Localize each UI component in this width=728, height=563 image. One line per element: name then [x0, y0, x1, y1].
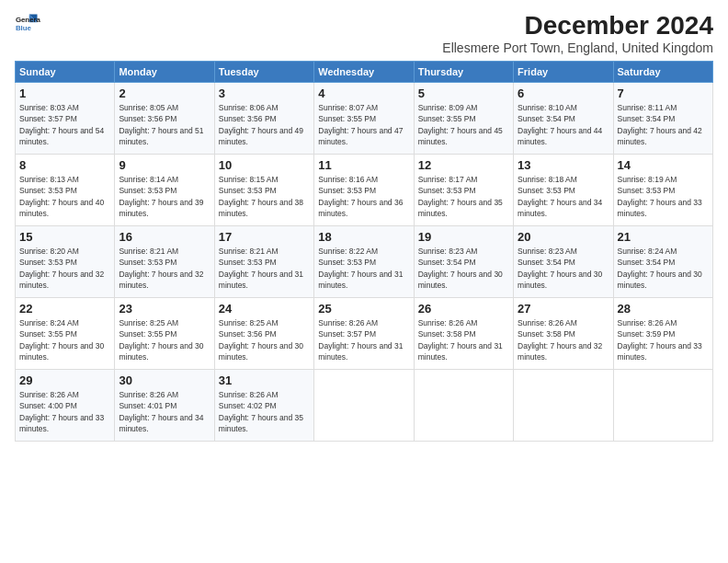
day-cell: 19Sunrise: 8:23 AMSunset: 3:54 PMDayligh… [414, 226, 513, 298]
day-cell: 24Sunrise: 8:25 AMSunset: 3:56 PMDayligh… [214, 298, 313, 370]
day-info: Sunrise: 8:20 AMSunset: 3:53 PMDaylight:… [19, 246, 110, 291]
day-number: 22 [19, 302, 110, 316]
day-number: 14 [618, 158, 709, 172]
day-cell: 11Sunrise: 8:16 AMSunset: 3:53 PMDayligh… [314, 155, 414, 226]
day-info: Sunrise: 8:06 AMSunset: 3:56 PMDaylight:… [219, 102, 310, 147]
week-row-4: 22Sunrise: 8:24 AMSunset: 3:55 PMDayligh… [16, 298, 713, 370]
day-number: 8 [19, 158, 110, 172]
day-info: Sunrise: 8:05 AMSunset: 3:56 PMDaylight:… [119, 102, 210, 147]
day-info: Sunrise: 8:14 AMSunset: 3:53 PMDaylight:… [119, 174, 210, 219]
title-block: December 2024 Ellesmere Port Town, Engla… [442, 11, 713, 55]
day-number: 12 [418, 158, 509, 172]
day-cell [613, 370, 712, 442]
day-cell: 31Sunrise: 8:26 AMSunset: 4:02 PMDayligh… [214, 370, 313, 442]
day-info: Sunrise: 8:09 AMSunset: 3:55 PMDaylight:… [418, 102, 509, 147]
day-info: Sunrise: 8:21 AMSunset: 3:53 PMDaylight:… [219, 246, 310, 291]
header: General Blue December 2024 Ellesmere Por… [15, 11, 713, 55]
day-number: 11 [318, 158, 409, 172]
day-info: Sunrise: 8:25 AMSunset: 3:55 PMDaylight:… [119, 317, 210, 362]
day-cell: 9Sunrise: 8:14 AMSunset: 3:53 PMDaylight… [115, 155, 214, 226]
day-cell: 21Sunrise: 8:24 AMSunset: 3:54 PMDayligh… [613, 226, 712, 298]
day-info: Sunrise: 8:11 AMSunset: 3:54 PMDaylight:… [618, 102, 709, 147]
day-number: 4 [318, 86, 409, 100]
day-cell [314, 370, 414, 442]
day-number: 15 [19, 230, 110, 244]
day-cell: 5Sunrise: 8:09 AMSunset: 3:55 PMDaylight… [414, 83, 513, 155]
day-cell: 23Sunrise: 8:25 AMSunset: 3:55 PMDayligh… [115, 298, 214, 370]
day-cell: 25Sunrise: 8:26 AMSunset: 3:57 PMDayligh… [314, 298, 414, 370]
weekday-header-tuesday: Tuesday [214, 62, 313, 83]
day-number: 25 [318, 302, 409, 316]
day-number: 29 [19, 373, 110, 387]
day-cell: 18Sunrise: 8:22 AMSunset: 3:53 PMDayligh… [314, 226, 414, 298]
day-cell: 15Sunrise: 8:20 AMSunset: 3:53 PMDayligh… [16, 226, 115, 298]
main-title: December 2024 [442, 11, 713, 40]
day-cell: 16Sunrise: 8:21 AMSunset: 3:53 PMDayligh… [115, 226, 214, 298]
day-number: 19 [418, 230, 509, 244]
day-number: 20 [518, 230, 609, 244]
day-info: Sunrise: 8:03 AMSunset: 3:57 PMDaylight:… [19, 102, 110, 147]
day-info: Sunrise: 8:23 AMSunset: 3:54 PMDaylight:… [518, 246, 609, 291]
day-info: Sunrise: 8:10 AMSunset: 3:54 PMDaylight:… [518, 102, 609, 147]
day-cell [514, 370, 613, 442]
day-number: 2 [119, 86, 210, 100]
day-number: 1 [19, 86, 110, 100]
svg-text:General: General [16, 16, 40, 24]
logo-icon: General Blue [15, 11, 40, 37]
day-cell: 29Sunrise: 8:26 AMSunset: 4:00 PMDayligh… [16, 370, 115, 442]
calendar-table: SundayMondayTuesdayWednesdayThursdayFrid… [15, 61, 713, 442]
day-number: 9 [119, 158, 210, 172]
day-number: 6 [518, 86, 609, 100]
day-number: 17 [219, 230, 310, 244]
day-info: Sunrise: 8:15 AMSunset: 3:53 PMDaylight:… [219, 174, 310, 219]
day-info: Sunrise: 8:26 AMSunset: 3:57 PMDaylight:… [318, 317, 409, 362]
week-row-3: 15Sunrise: 8:20 AMSunset: 3:53 PMDayligh… [16, 226, 713, 298]
day-cell: 20Sunrise: 8:23 AMSunset: 3:54 PMDayligh… [514, 226, 613, 298]
week-row-1: 1Sunrise: 8:03 AMSunset: 3:57 PMDaylight… [16, 83, 713, 155]
day-number: 21 [618, 230, 709, 244]
day-cell: 12Sunrise: 8:17 AMSunset: 3:53 PMDayligh… [414, 155, 513, 226]
day-number: 24 [219, 302, 310, 316]
day-cell: 26Sunrise: 8:26 AMSunset: 3:58 PMDayligh… [414, 298, 513, 370]
day-number: 3 [219, 86, 310, 100]
day-info: Sunrise: 8:23 AMSunset: 3:54 PMDaylight:… [418, 246, 509, 291]
day-cell: 14Sunrise: 8:19 AMSunset: 3:53 PMDayligh… [613, 155, 712, 226]
day-number: 10 [219, 158, 310, 172]
subtitle: Ellesmere Port Town, England, United Kin… [442, 40, 713, 55]
day-info: Sunrise: 8:26 AMSunset: 3:59 PMDaylight:… [618, 317, 709, 362]
day-cell [414, 370, 513, 442]
day-info: Sunrise: 8:26 AMSunset: 4:00 PMDaylight:… [19, 389, 110, 434]
day-info: Sunrise: 8:16 AMSunset: 3:53 PMDaylight:… [318, 174, 409, 219]
day-cell: 17Sunrise: 8:21 AMSunset: 3:53 PMDayligh… [214, 226, 313, 298]
day-cell: 4Sunrise: 8:07 AMSunset: 3:55 PMDaylight… [314, 83, 414, 155]
day-cell: 30Sunrise: 8:26 AMSunset: 4:01 PMDayligh… [115, 370, 214, 442]
week-row-2: 8Sunrise: 8:13 AMSunset: 3:53 PMDaylight… [16, 155, 713, 226]
day-info: Sunrise: 8:26 AMSunset: 3:58 PMDaylight:… [518, 317, 609, 362]
weekday-header-sunday: Sunday [16, 62, 115, 83]
day-cell: 2Sunrise: 8:05 AMSunset: 3:56 PMDaylight… [115, 83, 214, 155]
day-number: 23 [119, 302, 210, 316]
day-number: 31 [219, 373, 310, 387]
logo: General Blue [15, 11, 40, 37]
day-cell: 3Sunrise: 8:06 AMSunset: 3:56 PMDaylight… [214, 83, 313, 155]
day-info: Sunrise: 8:22 AMSunset: 3:53 PMDaylight:… [318, 246, 409, 291]
day-number: 16 [119, 230, 210, 244]
day-cell: 27Sunrise: 8:26 AMSunset: 3:58 PMDayligh… [514, 298, 613, 370]
day-number: 5 [418, 86, 509, 100]
day-info: Sunrise: 8:24 AMSunset: 3:54 PMDaylight:… [618, 246, 709, 291]
day-number: 13 [518, 158, 609, 172]
svg-text:Blue: Blue [16, 24, 32, 32]
weekday-header-row: SundayMondayTuesdayWednesdayThursdayFrid… [16, 62, 713, 83]
day-info: Sunrise: 8:26 AMSunset: 4:01 PMDaylight:… [119, 389, 210, 434]
weekday-header-monday: Monday [115, 62, 214, 83]
weekday-header-thursday: Thursday [414, 62, 513, 83]
day-info: Sunrise: 8:26 AMSunset: 4:02 PMDaylight:… [219, 389, 310, 434]
day-info: Sunrise: 8:24 AMSunset: 3:55 PMDaylight:… [19, 317, 110, 362]
day-cell: 22Sunrise: 8:24 AMSunset: 3:55 PMDayligh… [16, 298, 115, 370]
day-number: 26 [418, 302, 509, 316]
day-number: 18 [318, 230, 409, 244]
day-info: Sunrise: 8:21 AMSunset: 3:53 PMDaylight:… [119, 246, 210, 291]
day-cell: 7Sunrise: 8:11 AMSunset: 3:54 PMDaylight… [613, 83, 712, 155]
day-number: 7 [618, 86, 709, 100]
day-number: 27 [518, 302, 609, 316]
